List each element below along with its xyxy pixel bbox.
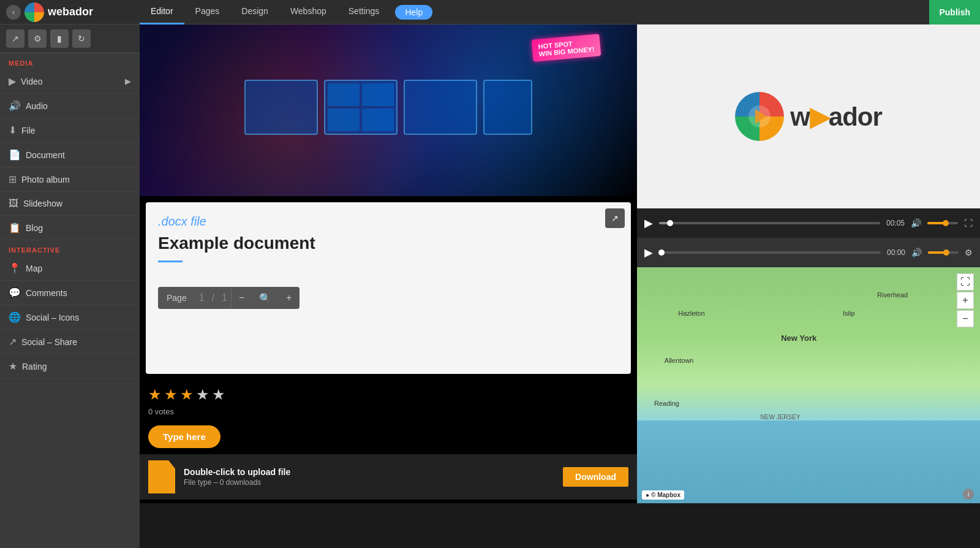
star-4[interactable]: ★ <box>196 386 209 403</box>
search-button[interactable]: 🔍 <box>252 287 279 309</box>
sidebar-item-blog-label: Blog <box>26 223 43 233</box>
content-area: HOT SPOTWIN BIG MONEY! <box>140 25 980 548</box>
map-background: Hazleton Allentown Reading New York Isli… <box>637 267 980 503</box>
type-here-button[interactable]: Type here <box>148 425 221 448</box>
download-button[interactable]: Download <box>563 467 628 487</box>
webador-logo-circle <box>735 92 784 141</box>
star-5[interactable]: ★ <box>212 386 225 403</box>
logo-area: ‹ webador <box>0 2 140 22</box>
doc-file-type: .docx file <box>158 215 619 229</box>
map-label-allentown: Allentown <box>665 357 694 364</box>
nav-tab-pages[interactable]: Pages <box>184 0 231 25</box>
media-section-label: MEDIA <box>0 53 140 69</box>
sidebar-item-photo-album[interactable]: ⊞ Photo album <box>0 167 140 192</box>
right-canvas: w▶ador ▶ 00:05 🔊 <box>637 25 980 503</box>
sidebar-item-map[interactable]: 📍 Map <box>0 256 140 281</box>
star-2[interactable]: ★ <box>164 386 178 403</box>
doc-external-link-button[interactable]: ↗ <box>605 208 625 228</box>
file-type-icon <box>148 460 175 493</box>
back-button[interactable]: ‹ <box>6 5 21 20</box>
page-total: 1 <box>218 287 231 308</box>
video-controls: ▶ 00:05 🔊 ⛶ <box>637 208 980 238</box>
nav-tabs: Editor Pages Design Webshop Settings Hel… <box>140 0 929 25</box>
sidebar-item-audio-label: Audio <box>26 101 48 111</box>
page-separator: / <box>208 287 218 308</box>
sidebar-item-video-label: Video <box>21 77 43 86</box>
file-meta: File type – 0 downloads <box>184 478 554 487</box>
nav-tab-webshop[interactable]: Webshop <box>279 0 337 25</box>
sidebar-item-comments[interactable]: 💬 Comments <box>0 281 140 305</box>
document-icon: 📄 <box>9 149 21 161</box>
audio-progress-bar[interactable] <box>659 251 881 254</box>
map-fullscreen-button[interactable]: ⛶ <box>957 273 974 291</box>
file-info: Double-click to upload file File type – … <box>184 467 554 487</box>
nav-tab-help[interactable]: Help <box>395 5 432 20</box>
map-zoom-out-button[interactable]: − <box>957 310 974 327</box>
video-icon: ▶ <box>9 75 16 87</box>
audio-progress-fill <box>659 251 662 254</box>
audio-volume-icon[interactable]: 🔊 <box>911 248 922 257</box>
zoom-in-button[interactable]: + <box>279 287 299 308</box>
page-label: Page <box>158 288 195 308</box>
map-label-new-york: New York <box>781 333 816 343</box>
sidebar-item-audio[interactable]: 🔊 Audio <box>0 94 140 118</box>
map-label-riverhead: Riverhead <box>877 291 908 299</box>
audio-volume-bar[interactable] <box>928 251 959 254</box>
sidebar-item-video[interactable]: ▶ Video ▶ <box>0 69 140 94</box>
video-progress-dot <box>667 220 673 226</box>
video-volume-icon[interactable]: 🔊 <box>911 218 921 228</box>
audio-volume-fill <box>928 251 946 254</box>
sidebar-item-file[interactable]: ⬇ File <box>0 118 140 143</box>
sidebar-item-social-icons[interactable]: 🌐 Social – Icons <box>0 305 140 330</box>
sidebar-item-rating-label: Rating <box>22 362 47 371</box>
slot-block-2 <box>324 80 398 135</box>
canvas-row: HOT SPOTWIN BIG MONEY! <box>140 25 980 503</box>
file-upload-text[interactable]: Double-click to upload file <box>184 467 554 477</box>
map-info-button[interactable]: i <box>963 489 974 500</box>
webador-logo-icon <box>24 2 44 22</box>
map-label-new-jersey: NEW JERSEY <box>761 414 801 421</box>
mapbox-logo: ● © Mapbox <box>642 490 684 500</box>
social-share-icon: ↗ <box>9 336 17 348</box>
video-add-icon: ▶ <box>125 77 131 86</box>
external-link-button[interactable]: ↗ <box>6 29 24 48</box>
mobile-button[interactable]: ▮ <box>50 29 69 48</box>
settings-button[interactable]: ⚙ <box>28 29 47 48</box>
zoom-out-button[interactable]: − <box>232 287 252 308</box>
map-zoom-in-button[interactable]: + <box>957 292 974 309</box>
publish-button[interactable]: Publish <box>929 0 980 25</box>
stars-rating[interactable]: ★ ★ ★ ★ ★ <box>148 386 628 403</box>
left-canvas: HOT SPOTWIN BIG MONEY! <box>140 25 637 503</box>
sidebar-item-social-share-label: Social – Share <box>21 337 77 347</box>
nav-tab-design[interactable]: Design <box>230 0 279 25</box>
sidebar-item-slideshow[interactable]: 🖼 Slideshow <box>0 192 140 216</box>
slot-block-1 <box>244 80 318 135</box>
map-controls: ⛶ + − <box>957 273 974 327</box>
nav-tab-editor[interactable]: Editor <box>140 0 184 25</box>
map-container[interactable]: Hazleton Allentown Reading New York Isli… <box>637 267 980 503</box>
video-fullscreen-button[interactable]: ⛶ <box>964 218 973 228</box>
refresh-button[interactable]: ↻ <box>72 29 91 48</box>
sidebar-item-blog[interactable]: 📋 Blog <box>0 216 140 240</box>
audio-play-button[interactable]: ▶ <box>644 246 653 259</box>
video-progress-fill <box>659 222 670 224</box>
video-play-button[interactable]: ▶ <box>644 216 653 230</box>
sidebar-item-slideshow-label: Slideshow <box>23 199 62 208</box>
audio-progress-dot <box>658 249 665 256</box>
video-volume-bar[interactable] <box>927 222 958 224</box>
nav-tab-settings[interactable]: Settings <box>337 0 391 25</box>
star-1[interactable]: ★ <box>148 386 162 403</box>
sidebar-item-social-share[interactable]: ↗ Social – Share <box>0 330 140 354</box>
star-3[interactable]: ★ <box>180 386 194 403</box>
page-current: 1 <box>195 287 208 308</box>
map-icon: 📍 <box>9 262 21 274</box>
social-icons-icon: 🌐 <box>9 311 21 323</box>
sidebar-item-rating[interactable]: ★ Rating <box>0 354 140 379</box>
slot-machine-background: HOT SPOTWIN BIG MONEY! <box>140 25 637 196</box>
audio-settings-button[interactable]: ⚙ <box>965 248 973 257</box>
sidebar-item-document[interactable]: 📄 Document <box>0 143 140 167</box>
video-progress-bar[interactable] <box>659 222 880 224</box>
sidebar-item-document-label: Document <box>26 150 65 160</box>
sidebar-item-photo-album-label: Photo album <box>21 175 70 185</box>
logo-text: webador <box>48 6 93 18</box>
